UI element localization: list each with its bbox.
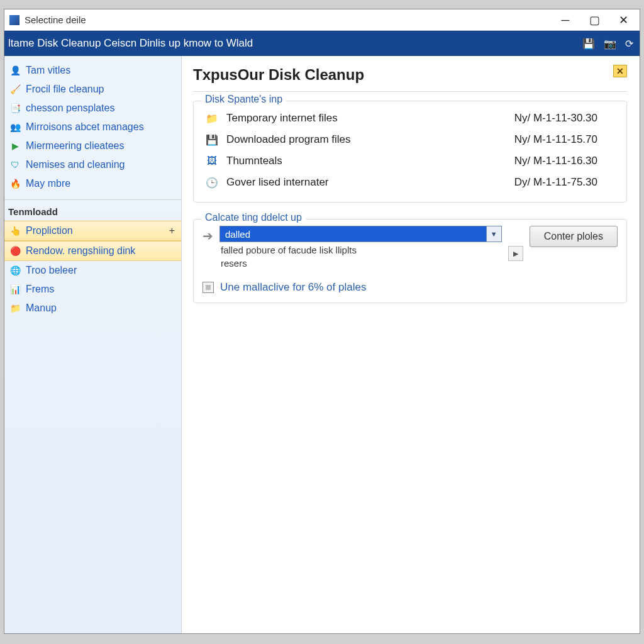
file-name: Temporary internet files	[226, 112, 514, 125]
group-legend: Disk Spante's inp	[201, 94, 286, 105]
globe-icon: 🌐	[9, 265, 21, 276]
file-size: Ny/ M-1-11-15.70	[514, 133, 616, 146]
page-title: TxpusOur Disk Cleanup	[193, 65, 364, 91]
combo-description-2: resers	[219, 255, 502, 269]
calculate-group: Calcate ting ddelct up ➔ dalled ▼ falled…	[193, 219, 627, 303]
checkbox-row: Une mallaclive for 6% of plales	[203, 281, 618, 294]
sidebar-item-nemises[interactable]: 🛡 Nemises and cleaning	[4, 155, 181, 174]
file-row[interactable]: 🕒 Gover lised internater Dy/ M-1-11-75.3…	[203, 172, 618, 193]
sidebar-item-rendow[interactable]: 🔴 Rendow. rengshiing dink	[4, 241, 181, 261]
template-icon: 📑	[9, 103, 21, 114]
sidebar-item-label: Manup	[26, 303, 57, 314]
file-row[interactable]: 💾 Downloaded program files Ny/ M-1-11-15…	[203, 129, 618, 150]
sidebar-item-label: Tam vitles	[26, 65, 70, 76]
arrow-right-icon: ➔	[203, 226, 213, 243]
window-controls: ─ ▢ ✕	[557, 11, 636, 29]
combo-row: ➔ dalled ▼ falled pobure of facude lisk …	[203, 226, 618, 269]
file-size: Ny/ M-1-11-30.30	[514, 112, 616, 125]
ribbon-save-icon[interactable]: 💾	[582, 38, 595, 50]
sidebar-item-label: Nemises and cleaning	[26, 159, 125, 170]
sidebar-item-troo[interactable]: 🌐 Troo beleer	[4, 261, 181, 280]
clock-icon: 🕒	[204, 175, 220, 189]
file-name: Downloaded program files	[226, 133, 514, 146]
sidebar-item-label: Frocil file cleanup	[26, 84, 104, 95]
sidebar-item-label: Frems	[26, 284, 54, 295]
main-header: TxpusOur Disk Cleanup ✕	[193, 65, 627, 91]
sidebar-divider	[4, 199, 181, 200]
title-divider	[193, 91, 627, 92]
ribbon-bar: ltame Disk Cleanup Ceiscn Dinlis up kmow…	[4, 31, 640, 56]
sidebar-item-frems[interactable]: 📊 Frems	[4, 280, 181, 299]
sidebar-item-label: Propliction	[26, 225, 73, 236]
app-window: Selectine deile ─ ▢ ✕ ltame Disk Cleanup…	[4, 9, 640, 634]
sidebar-item-mirroisons[interactable]: 👥 Mirroisons abcet manages	[4, 118, 181, 136]
folder-icon: 📁	[9, 303, 21, 314]
sidebar-item-label: May mbre	[26, 178, 70, 189]
sidebar-item-label: chesson pensplates	[26, 103, 114, 114]
folder-internet-icon: 📁	[204, 111, 220, 125]
thumbnail-icon: 🖼	[204, 154, 220, 168]
sidebar-item-may-mbre[interactable]: 🔥 May mbre	[4, 174, 181, 193]
mallaclive-checkbox[interactable]	[203, 282, 214, 293]
ribbon-camera-icon[interactable]: 📷	[604, 38, 616, 50]
main-panel: TxpusOur Disk Cleanup ✕ Disk Spante's in…	[182, 56, 640, 633]
sidebar-item-chesson[interactable]: 📑 chesson pensplates	[4, 99, 181, 118]
list-icon: 📊	[9, 284, 21, 295]
file-row[interactable]: 🖼 Thumnteals Ny/ M-1-11-16.30	[203, 150, 618, 172]
sidebar-section-title: Tenmloadd	[4, 204, 181, 221]
app-icon	[9, 15, 19, 25]
close-button[interactable]: ✕	[614, 11, 632, 29]
combo-value: dalled	[220, 229, 486, 240]
file-size: Ny/ M-1-11-16.30	[514, 155, 616, 167]
sidebar-item-manup[interactable]: 📁 Manup	[4, 299, 181, 318]
sidebar-item-frocil[interactable]: 🧹 Frocil file cleanup	[4, 80, 181, 99]
disk-icon: 🔴	[9, 245, 21, 257]
file-name: Thumnteals	[226, 155, 514, 167]
disk-space-group: Disk Spante's inp 📁 Temporary internet f…	[193, 101, 627, 203]
sidebar-item-label: Troo beleer	[26, 265, 77, 276]
file-size: Dy/ M-1-11-75.30	[514, 176, 616, 189]
sidebar-item-tam-vitles[interactable]: 👤 Tam vitles	[4, 61, 181, 80]
people-icon: 👥	[9, 121, 21, 133]
minimize-button[interactable]: ─	[557, 11, 574, 29]
ribbon-text: ltame Disk Cleanup Ceiscn Dinlis up kmow…	[8, 37, 582, 50]
checkbox-label: Une mallaclive for 6% of plales	[220, 281, 366, 294]
chevron-down-icon[interactable]: ▼	[486, 226, 501, 242]
titlebar: Selectine deile ─ ▢ ✕	[4, 9, 640, 31]
window-title: Selectine deile	[25, 14, 557, 25]
shield-icon: 🛡	[9, 159, 21, 170]
download-icon: 💾	[204, 133, 220, 147]
step-next-button[interactable]: ▶	[508, 246, 523, 261]
sidebar-item-label: Miermeering clieatees	[26, 140, 125, 152]
conter-ploles-button[interactable]: Conter ploles	[530, 226, 618, 247]
group-legend: Calcate ting ddelct up	[201, 212, 306, 223]
body: 👤 Tam vitles 🧹 Frocil file cleanup 📑 che…	[4, 56, 640, 633]
combo-column: dalled ▼ falled pobure of facude lisk ll…	[219, 226, 502, 269]
maximize-button[interactable]: ▢	[586, 11, 603, 29]
hand-icon: 👆	[9, 225, 21, 236]
combo-description: falled pobure of facude lisk lliplts	[219, 242, 502, 255]
sidebar-item-label: Rendow. rengshiing dink	[26, 245, 135, 257]
ribbon-refresh-icon[interactable]: ⟳	[625, 38, 633, 50]
sidebar: 👤 Tam vitles 🧹 Frocil file cleanup 📑 che…	[4, 56, 182, 633]
sidebar-item-propliction[interactable]: 👆 Propliction +	[4, 221, 181, 241]
file-row[interactable]: 📁 Temporary internet files Ny/ M-1-11-30…	[203, 108, 618, 129]
person-icon: 👤	[9, 65, 21, 76]
expand-icon[interactable]: +	[169, 225, 175, 236]
mode-combobox[interactable]: dalled ▼	[219, 226, 502, 242]
ribbon-icons: 💾 📷 ⟳	[582, 38, 633, 50]
gear-icon: ▶	[9, 140, 21, 152]
broom-icon: 🧹	[9, 84, 21, 95]
sidebar-item-miermeering[interactable]: ▶ Miermeering clieatees	[4, 136, 181, 155]
file-name: Gover lised internater	[226, 176, 514, 189]
flame-icon: 🔥	[9, 178, 21, 189]
sidebar-item-label: Mirroisons abcet manages	[26, 121, 144, 133]
panel-close-button[interactable]: ✕	[613, 65, 627, 77]
